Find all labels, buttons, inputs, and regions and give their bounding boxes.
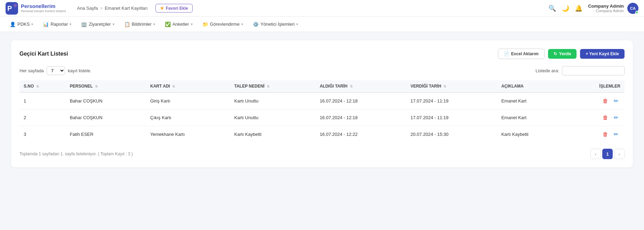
raporlar-icon: 📊	[43, 22, 49, 27]
col-kart-adi[interactable]: KART ADI ⇅	[146, 80, 230, 92]
cell-aldigi-tarih: 16.07.2024 - 12:18	[315, 109, 406, 126]
page-1-button[interactable]: 1	[602, 149, 613, 159]
search-icon[interactable]: 🔍	[548, 5, 556, 12]
col-personel[interactable]: PERSONEL ⇅	[66, 80, 146, 92]
cell-aciklama: Emanet Kart	[497, 109, 567, 126]
card-actions: 📄 Excel Aktarım ↻ Yenile + Yeni Kayıt Ek…	[498, 49, 625, 59]
favori-label: Favori Ekle	[166, 6, 188, 11]
yenile-button[interactable]: ↻ Yenile	[548, 49, 577, 59]
delete-button[interactable]: 🗑	[601, 113, 610, 122]
cell-kart-adi: Giriş Kartı	[146, 92, 230, 109]
page-title: Geçici Kart Listesi	[19, 51, 68, 57]
pdks-icon: 👤	[10, 22, 16, 27]
col-aciklama: AÇIKLAMA	[497, 80, 567, 92]
pagination-controls: ‹ 1 ›	[590, 149, 625, 159]
pagination-row: Toplamda 1 sayfadan 1. sayfa listeleniyo…	[19, 149, 625, 159]
favori-ekle-button[interactable]: ★ Favori Ekle	[155, 4, 193, 13]
chevron-down-icon: ▾	[241, 22, 243, 26]
breadcrumb-current: Emanet Kart Kayıtları	[105, 6, 148, 11]
logo-area: P Personellerim Personel Devam Kontrol S…	[6, 2, 193, 15]
col-sno[interactable]: S.NO ⇅	[19, 80, 66, 92]
nav-bar: 👤 PDKS ▾ 📊 Raporlar ▾ 🏢 Ziyaretçiler ▾ 📋…	[0, 17, 644, 32]
user-name: Company Admin	[588, 3, 624, 9]
next-page-button[interactable]: ›	[614, 149, 625, 159]
nav-item-anketler[interactable]: ✅ Anketler ▾	[161, 19, 197, 29]
cell-verdigi-tarih: 17.07.2024 - 11:19	[406, 92, 497, 109]
nav-label-bildirimler: Bildirimler	[132, 22, 152, 27]
gorevlendirme-icon: 📁	[202, 22, 208, 27]
edit-button[interactable]: ✏	[612, 113, 620, 122]
nav-item-yonetici[interactable]: ⚙️ Yönetici İşlemleri ▾	[249, 19, 302, 29]
nav-label-ziyaretciler: Ziyaretçiler	[89, 22, 111, 27]
main-content: Geçici Kart Listesi 📄 Excel Aktarım ↻ Ye…	[0, 32, 644, 176]
breadcrumb-home[interactable]: Ana Sayfa	[77, 6, 98, 11]
sort-icon: ⇅	[350, 84, 353, 88]
search-label: Listede ara:	[536, 68, 559, 73]
user-role: Company Admin	[588, 9, 624, 13]
logo-sub: Personel Devam Kontrol Sistemi	[21, 9, 66, 13]
cell-islemler: 🗑 ✏	[567, 109, 625, 126]
col-aldigi-tarih[interactable]: ALDIĞI TARİH ⇅	[315, 80, 406, 92]
search-input[interactable]	[562, 66, 625, 75]
sort-icon: ⇅	[267, 84, 269, 88]
cell-personel: Bahar COŞKUN	[66, 109, 146, 126]
notification-icon[interactable]: 🔔	[575, 5, 582, 12]
sort-icon: ⇅	[172, 84, 175, 88]
ziyaretciler-icon: 🏢	[81, 22, 87, 27]
card-header: Geçici Kart Listesi 📄 Excel Aktarım ↻ Ye…	[19, 49, 625, 59]
header-right: 🔍 🌙 🔔 Company Admin Company Admin CA	[548, 3, 638, 14]
anketler-icon: ✅	[165, 22, 171, 27]
col-talep-nedeni[interactable]: TALEP NEDENİ ⇅	[230, 80, 316, 92]
avatar[interactable]: CA	[627, 3, 638, 14]
delete-button[interactable]: 🗑	[601, 97, 610, 106]
cell-personel: Bahar COŞKUN	[66, 92, 146, 109]
per-page-suffix: kayıt listele.	[68, 68, 91, 73]
cell-talep-nedeni: Kartı Unuttu	[230, 92, 316, 109]
cell-sno: 2	[19, 109, 66, 126]
logo-main: Personellerim	[21, 3, 66, 9]
chevron-down-icon: ▾	[153, 22, 155, 26]
nav-item-gorevlendirme[interactable]: 📁 Görevlendirme ▾	[198, 19, 247, 29]
edit-button[interactable]: ✏	[612, 96, 620, 106]
cell-sno: 3	[19, 126, 66, 143]
cell-aciklama: Kartı Kaybetti	[497, 126, 567, 143]
table-row: 3 Fatih ESER Yemekhane Kartı Kartı Kaybe…	[19, 126, 625, 143]
table-row: 1 Bahar COŞKUN Giriş Kartı Kartı Unuttu …	[19, 92, 625, 109]
per-page-select[interactable]: 7 10 25 50	[47, 66, 65, 75]
nav-label-pdks: PDKS	[17, 22, 30, 27]
search-area: Listede ara:	[536, 66, 625, 75]
excel-label: Excel Aktarım	[511, 51, 539, 56]
nav-label-anketler: Anketler	[172, 22, 189, 27]
page-card: Geçici Kart Listesi 📄 Excel Aktarım ↻ Ye…	[11, 40, 633, 167]
col-verdigi-tarih[interactable]: VERDİĞİ TARİH ⇅	[406, 80, 497, 92]
edit-button[interactable]: ✏	[612, 130, 620, 139]
cell-aldigi-tarih: 16.07.2024 - 12:18	[315, 92, 406, 109]
nav-item-ziyaretciler[interactable]: 🏢 Ziyaretçiler ▾	[77, 19, 119, 29]
data-table: S.NO ⇅ PERSONEL ⇅ KART ADI ⇅ TALEP NEDEN…	[19, 80, 625, 142]
excel-aktarim-button[interactable]: 📄 Excel Aktarım	[498, 49, 545, 59]
excel-icon: 📄	[504, 51, 509, 56]
avatar-initials: CA	[630, 6, 636, 10]
refresh-icon: ↻	[554, 51, 557, 56]
cell-verdigi-tarih: 17.07.2024 - 11:19	[406, 109, 497, 126]
breadcrumb: Ana Sayfa > Emanet Kart Kayıtları	[77, 6, 148, 11]
user-area: Company Admin Company Admin CA	[588, 3, 638, 14]
nav-item-raporlar[interactable]: 📊 Raporlar ▾	[39, 19, 75, 29]
bildirimler-icon: 📋	[124, 22, 130, 27]
chevron-down-icon: ▾	[31, 22, 33, 26]
nav-item-bildirimler[interactable]: 📋 Bildirimler ▾	[120, 19, 159, 29]
cell-islemler: 🗑 ✏	[567, 92, 625, 109]
top-header: P Personellerim Personel Devam Kontrol S…	[0, 0, 644, 17]
nav-item-pdks[interactable]: 👤 PDKS ▾	[6, 19, 37, 29]
sort-icon: ⇅	[443, 84, 446, 88]
cell-sno: 1	[19, 92, 66, 109]
delete-button[interactable]: 🗑	[601, 130, 610, 139]
chevron-down-icon: ▾	[191, 22, 193, 26]
cell-verdigi-tarih: 20.07.2024 - 15:30	[406, 126, 497, 143]
theme-icon[interactable]: 🌙	[562, 5, 569, 12]
svg-text:P: P	[7, 5, 12, 12]
col-islemler: İŞLEMLER	[567, 80, 625, 92]
chevron-down-icon: ▾	[70, 22, 71, 26]
prev-page-button[interactable]: ‹	[590, 149, 601, 159]
yeni-kayit-button[interactable]: + Yeni Kayıt Ekle	[580, 49, 625, 59]
